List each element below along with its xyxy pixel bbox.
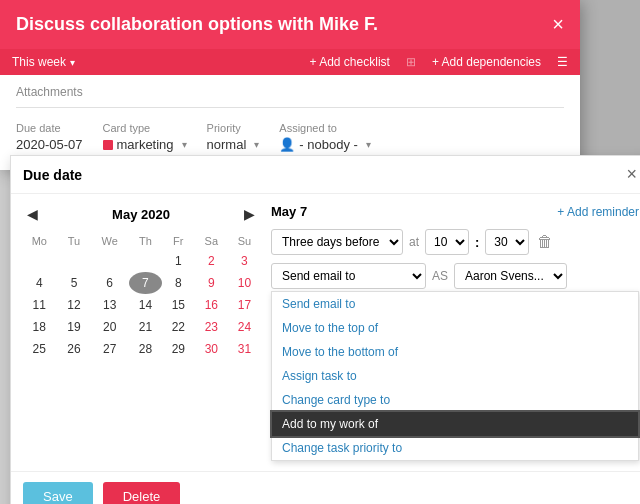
as-label: AS [432, 269, 448, 283]
modal-toolbar: This week ▾ + Add checklist ⊞ + Add depe… [0, 49, 580, 75]
calendar-day[interactable]: 14 [129, 294, 162, 316]
calendar-day[interactable]: 25 [21, 338, 58, 360]
calendar-day[interactable]: 28 [129, 338, 162, 360]
minute-select[interactable]: 00153045 [485, 229, 529, 255]
popup-body: ◀ May 2020 ▶ MoTuWeThFrSaSu 123456789101… [11, 194, 640, 471]
calendar-day[interactable]: 8 [162, 272, 195, 294]
date-header: May 7 + Add reminder [271, 204, 639, 219]
add-checklist-button[interactable]: + Add checklist [310, 55, 390, 69]
action-dropdown-list: Send email toMove to the top ofMove to t… [271, 291, 639, 461]
priority-value[interactable]: normal ▾ [207, 137, 260, 152]
dropdown-list-item[interactable]: Move to the top of [272, 316, 638, 340]
calendar-day[interactable]: 23 [195, 316, 228, 338]
calendar-day[interactable]: 4 [21, 272, 58, 294]
due-date-popup: Due date × ◀ May 2020 ▶ MoTuWeThFrSaSu 1… [10, 155, 640, 504]
priority-field: Priority normal ▾ [207, 122, 260, 152]
add-dependencies-button[interactable]: + Add dependencies [432, 55, 541, 69]
calendar-day[interactable]: 10 [228, 272, 261, 294]
dropdown-list-item[interactable]: Change card type to [272, 388, 638, 412]
calendar-day[interactable]: 30 [195, 338, 228, 360]
calendar-day[interactable]: 17 [228, 294, 261, 316]
assigned-value[interactable]: 👤 - nobody - ▾ [279, 137, 371, 152]
assigned-field: Assigned to 👤 - nobody - ▾ [279, 122, 371, 152]
dropdown-list-item[interactable]: Assign task to [272, 364, 638, 388]
cal-day-header: Fr [162, 232, 195, 250]
card-type-dropdown-icon: ▾ [182, 139, 187, 150]
calendar-day[interactable]: 3 [228, 250, 261, 272]
calendar-day[interactable]: 5 [58, 272, 91, 294]
toolbar-menu-icon[interactable]: ☰ [557, 55, 568, 69]
time-colon: : [475, 235, 479, 250]
main-modal: Discuss collaboration options with Mike … [0, 0, 580, 170]
dropdown-list-item[interactable]: Add to my work of [272, 412, 638, 436]
priority-label: Priority [207, 122, 260, 134]
due-date-value[interactable]: 2020-05-07 [16, 137, 83, 152]
next-month-button[interactable]: ▶ [238, 204, 261, 224]
calendar-day[interactable]: 18 [21, 316, 58, 338]
modal-header: Discuss collaboration options with Mike … [0, 0, 580, 49]
calendar-day [90, 250, 129, 272]
prev-month-button[interactable]: ◀ [21, 204, 44, 224]
calendar-day[interactable]: 19 [58, 316, 91, 338]
add-reminder-button[interactable]: + Add reminder [557, 205, 639, 219]
calendar-day[interactable]: 24 [228, 316, 261, 338]
calendar-day[interactable]: 7 [129, 272, 162, 294]
cal-day-header: We [90, 232, 129, 250]
calendar-day [21, 250, 58, 272]
dropdown-list-item[interactable]: Change task priority to [272, 436, 638, 460]
calendar-day[interactable]: 15 [162, 294, 195, 316]
calendar-day[interactable]: 26 [58, 338, 91, 360]
assigned-dropdown-icon: ▾ [366, 139, 371, 150]
card-type-dot [103, 140, 113, 150]
popup-title: Due date [23, 167, 82, 183]
calendar-day[interactable]: 12 [58, 294, 91, 316]
reminder-row: Three days beforeOne day beforeOne week … [271, 229, 639, 255]
action-row: Send email toMove to the top ofMove to t… [271, 263, 639, 289]
calendar-day[interactable]: 31 [228, 338, 261, 360]
calendar: ◀ May 2020 ▶ MoTuWeThFrSaSu 123456789101… [21, 204, 261, 461]
calendar-nav: ◀ May 2020 ▶ [21, 204, 261, 224]
assigned-label: Assigned to [279, 122, 371, 134]
popup-close-button[interactable]: × [626, 164, 637, 185]
reminder-delete-button[interactable]: 🗑 [537, 233, 553, 251]
cal-day-header: Th [129, 232, 162, 250]
person-icon: 👤 [279, 137, 295, 152]
calendar-grid: MoTuWeThFrSaSu 1234567891011121314151617… [21, 232, 261, 360]
calendar-day[interactable]: 29 [162, 338, 195, 360]
timing-select[interactable]: Three days beforeOne day beforeOne week … [271, 229, 403, 255]
card-type-value[interactable]: marketing ▾ [103, 137, 187, 152]
cal-day-header: Tu [58, 232, 91, 250]
cal-day-header: Sa [195, 232, 228, 250]
calendar-day[interactable]: 22 [162, 316, 195, 338]
modal-close-button[interactable]: × [552, 14, 564, 34]
toolbar-divider: ⊞ [406, 55, 416, 69]
calendar-day[interactable]: 9 [195, 272, 228, 294]
person-select[interactable]: Aaron Svens... [454, 263, 567, 289]
calendar-day[interactable]: 27 [90, 338, 129, 360]
calendar-day[interactable]: 21 [129, 316, 162, 338]
action-select[interactable]: Send email toMove to the top ofMove to t… [271, 263, 426, 289]
card-type-field: Card type marketing ▾ [103, 122, 187, 152]
week-selector[interactable]: This week ▾ [12, 55, 75, 69]
calendar-day[interactable]: 16 [195, 294, 228, 316]
popup-footer: Save Delete [11, 471, 640, 504]
at-label: at [409, 235, 419, 249]
calendar-day[interactable]: 6 [90, 272, 129, 294]
dropdown-list-item[interactable]: Move to the bottom of [272, 340, 638, 364]
card-type-label: Card type [103, 122, 187, 134]
attachments-label: Attachments [16, 85, 564, 99]
modal-title: Discuss collaboration options with Mike … [16, 14, 378, 35]
selected-date-label: May 7 [271, 204, 307, 219]
calendar-day[interactable]: 1 [162, 250, 195, 272]
dropdown-list-item[interactable]: Send email to [272, 292, 638, 316]
due-date-label: Due date [16, 122, 83, 134]
meta-row: Due date 2020-05-07 Card type marketing … [16, 114, 564, 160]
calendar-day[interactable]: 11 [21, 294, 58, 316]
calendar-day[interactable]: 20 [90, 316, 129, 338]
calendar-day[interactable]: 2 [195, 250, 228, 272]
delete-button[interactable]: Delete [103, 482, 181, 504]
hour-select[interactable]: 0001020304050607080910111213141516171819… [425, 229, 469, 255]
save-button[interactable]: Save [23, 482, 93, 504]
right-panel: May 7 + Add reminder Three days beforeOn… [271, 204, 639, 461]
calendar-day[interactable]: 13 [90, 294, 129, 316]
